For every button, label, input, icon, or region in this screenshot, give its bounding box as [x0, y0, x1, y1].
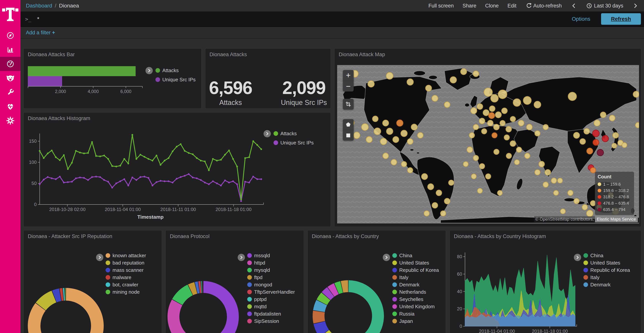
- sidebar-item-tpot[interactable]: [0, 71, 20, 85]
- map-circle[interactable]: [568, 92, 576, 101]
- world-map[interactable]: + − Count: [337, 65, 639, 223]
- breadcrumb-dashboard-link[interactable]: Dashboard: [26, 3, 52, 9]
- refresh-button[interactable]: Refresh: [601, 13, 641, 25]
- donut-slice[interactable]: [190, 288, 196, 290]
- legend-item[interactable]: mass scanner: [106, 266, 146, 274]
- legend-collapse-button[interactable]: [146, 67, 153, 74]
- map-circle[interactable]: [407, 79, 414, 85]
- donut-slice[interactable]: [331, 289, 336, 292]
- legend-item[interactable]: China: [392, 252, 439, 259]
- map-circle[interactable]: [574, 132, 580, 139]
- donut-slice[interactable]: [196, 287, 199, 288]
- map-circle[interactable]: [518, 120, 524, 126]
- map-circle[interactable]: [524, 153, 530, 159]
- map-circle[interactable]: [380, 138, 387, 145]
- map-circle[interactable]: [500, 120, 505, 126]
- sidebar-item-devtools[interactable]: [0, 85, 20, 99]
- sidebar-item-monitoring[interactable]: [0, 99, 20, 114]
- map-circle[interactable]: [526, 124, 532, 130]
- donut-slice[interactable]: [41, 296, 54, 306]
- map-circle[interactable]: [498, 90, 507, 99]
- sidebar-item-visualize[interactable]: [0, 43, 20, 57]
- legend-item[interactable]: Unique Src IPs: [156, 75, 196, 84]
- map-circle[interactable]: [473, 155, 478, 161]
- add-filter-button[interactable]: Add a filter +: [26, 30, 55, 36]
- map-circle[interactable]: [483, 110, 489, 116]
- legend-item[interactable]: ftpdatalisten: [247, 310, 295, 317]
- map-circle[interactable]: [609, 115, 615, 121]
- map-circle[interactable]: [590, 168, 596, 173]
- map-circle[interactable]: [401, 130, 407, 137]
- map-circle[interactable]: [440, 211, 446, 216]
- map-circle[interactable]: [633, 91, 639, 97]
- legend-item[interactable]: TftpServerHandler: [247, 288, 295, 295]
- legend-item[interactable]: malware: [106, 274, 146, 281]
- map-circle[interactable]: [482, 129, 487, 134]
- map-circle[interactable]: [636, 123, 639, 128]
- map-circle[interactable]: [479, 118, 485, 124]
- map-circle[interactable]: [597, 149, 604, 156]
- legend-item[interactable]: Italy: [392, 274, 439, 281]
- donut-slice[interactable]: [319, 303, 322, 311]
- legend-item[interactable]: Attacks: [274, 129, 314, 138]
- map-circle[interactable]: [510, 141, 516, 147]
- map-circle[interactable]: [506, 126, 512, 132]
- map-circle[interactable]: [535, 170, 540, 175]
- legend-item[interactable]: China: [584, 252, 630, 259]
- map-circle[interactable]: [408, 168, 413, 173]
- legend-item[interactable]: known attacker: [106, 252, 146, 259]
- map-circle[interactable]: [484, 88, 492, 97]
- legend-item[interactable]: bad reputation: [106, 259, 146, 266]
- map-circle[interactable]: [592, 130, 599, 137]
- map-circle[interactable]: [436, 190, 442, 196]
- legend-item[interactable]: United States: [584, 259, 630, 266]
- auto-refresh-button[interactable]: Auto-refresh: [525, 3, 562, 9]
- map-circle[interactable]: [593, 139, 599, 146]
- legend-item[interactable]: SipSession: [247, 317, 295, 325]
- map-circle[interactable]: [543, 125, 548, 130]
- legend-item[interactable]: Republic of Korea: [584, 266, 630, 274]
- map-circle[interactable]: [444, 102, 450, 108]
- menu-item-edit[interactable]: Edit: [508, 3, 516, 9]
- telekom-logo-icon[interactable]: [2, 3, 18, 21]
- map-circle[interactable]: [368, 81, 374, 87]
- legend-item[interactable]: Attacks: [156, 66, 196, 75]
- map-circle[interactable]: [354, 132, 360, 139]
- map-circle[interactable]: [568, 190, 573, 196]
- legend-item[interactable]: mssqld: [247, 252, 295, 259]
- map-circle[interactable]: [622, 143, 627, 148]
- rectangle-tool-icon[interactable]: [343, 130, 354, 141]
- map-circle[interactable]: [407, 139, 413, 144]
- map-circle[interactable]: [498, 190, 502, 195]
- donut-slice[interactable]: [322, 296, 326, 302]
- map-circle[interactable]: [551, 178, 556, 183]
- map-circle[interactable]: [560, 209, 566, 214]
- osm-attribution[interactable]: © OpenStreetMap contributors,: [534, 216, 595, 222]
- map-circle[interactable]: [463, 162, 468, 167]
- map-circle[interactable]: [602, 135, 608, 142]
- map-circle[interactable]: [411, 124, 417, 130]
- map-circle[interactable]: [488, 120, 493, 126]
- map-circle[interactable]: [510, 116, 516, 122]
- query-input[interactable]: *: [37, 16, 566, 22]
- menu-item-full-screen[interactable]: Full screen: [428, 3, 454, 9]
- map-circle[interactable]: [448, 180, 454, 185]
- legend-item[interactable]: pptpd: [247, 295, 295, 303]
- map-circle[interactable]: [612, 143, 617, 148]
- legend-item[interactable]: United States: [392, 259, 439, 266]
- legend-item[interactable]: ftpd: [247, 274, 295, 281]
- map-circle[interactable]: [613, 133, 618, 138]
- crop-icon[interactable]: [343, 99, 354, 110]
- map-circle[interactable]: [489, 106, 495, 112]
- map-circle[interactable]: [386, 128, 393, 135]
- map-circle[interactable]: [523, 97, 531, 105]
- map-circle[interactable]: [467, 147, 473, 153]
- legend-item[interactable]: United Kingdom: [392, 303, 439, 310]
- map-circle[interactable]: [491, 95, 498, 102]
- map-circle[interactable]: [362, 124, 368, 131]
- map-circle[interactable]: [584, 129, 590, 134]
- map-circle[interactable]: [502, 108, 507, 114]
- map-circle[interactable]: [492, 133, 497, 138]
- legend-collapse-button[interactable]: [383, 254, 390, 261]
- legend-item[interactable]: mysqld: [247, 266, 295, 274]
